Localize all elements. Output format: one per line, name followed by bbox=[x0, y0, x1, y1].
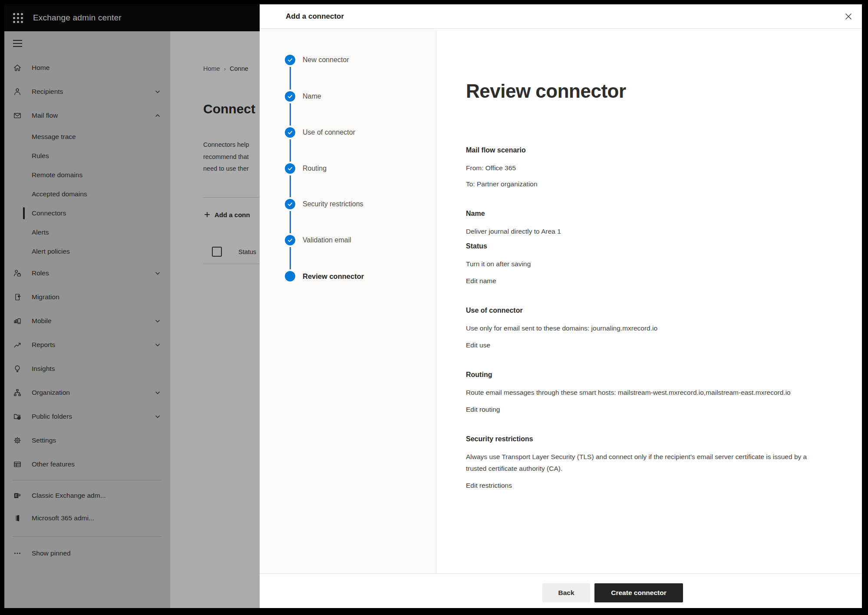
screen: Exchange admin center HomeRecipientsMail… bbox=[4, 4, 862, 608]
step-label: Routing bbox=[303, 165, 327, 172]
review-section-mail-flow-scenario: Mail flow scenarioFrom: Office 365To: Pa… bbox=[466, 145, 813, 190]
edit-link[interactable]: Edit restrictions bbox=[466, 479, 512, 491]
step-complete-check-icon bbox=[285, 91, 295, 102]
edit-link[interactable]: Edit routing bbox=[466, 403, 500, 415]
section-text: From: Office 365 bbox=[466, 162, 813, 174]
edit-link[interactable]: Edit use bbox=[466, 339, 490, 351]
section-heading: Security restrictions bbox=[466, 434, 813, 444]
stepper-connector-line bbox=[290, 211, 291, 233]
step-complete-check-icon bbox=[285, 199, 295, 209]
section-heading: Name bbox=[466, 209, 813, 218]
section-text: Use only for email sent to these domains… bbox=[466, 322, 813, 334]
review-pane: Review connector Mail flow scenarioFrom:… bbox=[436, 29, 862, 573]
panel-body: New connectorNameUse of connectorRouting… bbox=[260, 29, 862, 573]
section-text: Always use Transport Layer Security (TLS… bbox=[466, 451, 813, 474]
section-text: Deliver journal directly to Area 1 bbox=[466, 225, 813, 237]
create-connector-button[interactable]: Create connector bbox=[594, 583, 683, 602]
add-connector-panel: Add a connector New connectorNameUse of … bbox=[260, 4, 862, 608]
stepper-connector-line bbox=[290, 67, 291, 89]
stepper-connector-line bbox=[290, 247, 291, 269]
stepper-connector-line bbox=[290, 175, 291, 197]
step-label: Use of connector bbox=[303, 129, 355, 136]
section-heading: Use of connector bbox=[466, 306, 813, 315]
review-section-security-restrictions: Security restrictionsAlways use Transpor… bbox=[466, 434, 813, 491]
panel-title: Add a connector bbox=[286, 4, 344, 29]
stepper-connector-line bbox=[290, 103, 291, 126]
back-button[interactable]: Back bbox=[542, 583, 590, 602]
panel-header: Add a connector bbox=[260, 4, 862, 29]
step-complete-check-icon bbox=[285, 127, 295, 138]
close-icon[interactable] bbox=[842, 10, 855, 23]
section-text: To: Partner organization bbox=[466, 178, 813, 190]
stepper-connector-line bbox=[290, 139, 291, 162]
section-heading: Mail flow scenario bbox=[466, 145, 813, 155]
review-section-routing: RoutingRoute email messages through thes… bbox=[466, 370, 813, 415]
step-label: Review connector bbox=[303, 272, 364, 281]
section-heading: Routing bbox=[466, 370, 813, 380]
review-heading: Review connector bbox=[466, 80, 836, 102]
section-text: Turn it on after saving bbox=[466, 258, 813, 270]
edit-link[interactable]: Edit name bbox=[466, 275, 496, 287]
section-subheading: Status bbox=[466, 241, 813, 251]
step-current-dot bbox=[285, 271, 295, 281]
review-section-name: NameDeliver journal directly to Area 1St… bbox=[466, 209, 813, 287]
panel-footer: Back Create connector bbox=[260, 573, 862, 608]
wizard-stepper: New connectorNameUse of connectorRouting… bbox=[260, 29, 436, 573]
step-label: Name bbox=[303, 93, 321, 100]
step-label: Security restrictions bbox=[303, 200, 363, 208]
step-complete-check-icon bbox=[285, 55, 295, 65]
section-text: Route email messages through these smart… bbox=[466, 387, 813, 398]
step-label: Validation email bbox=[303, 236, 351, 244]
step-label: New connector bbox=[303, 56, 349, 64]
review-section-use-of-connector: Use of connectorUse only for email sent … bbox=[466, 306, 813, 351]
step-complete-check-icon bbox=[285, 163, 295, 174]
step-complete-check-icon bbox=[285, 235, 295, 245]
